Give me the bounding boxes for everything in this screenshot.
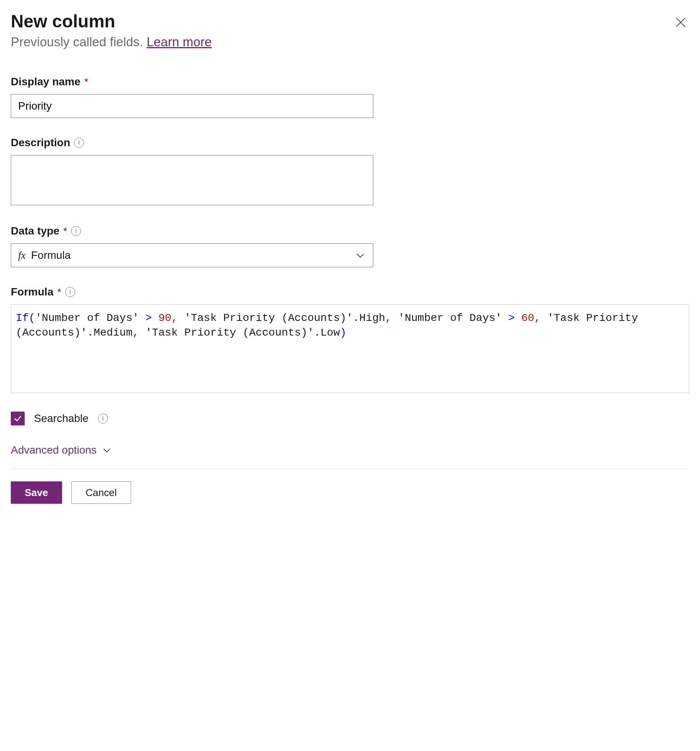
panel-subtitle: Previously called fields. Learn more — [11, 35, 672, 49]
searchable-row: Searchable i — [11, 412, 689, 425]
checkmark-icon — [13, 414, 22, 423]
formula-editor[interactable]: If('Number of Days' > 90, 'Task Priority… — [11, 304, 689, 393]
searchable-checkbox[interactable] — [11, 412, 25, 425]
description-input[interactable] — [11, 155, 373, 205]
cancel-button[interactable]: Cancel — [71, 481, 131, 504]
searchable-label: Searchable — [34, 412, 89, 425]
data-type-selected: Formula — [31, 249, 355, 262]
formula-icon: fx — [18, 250, 26, 262]
data-type-label: Data type — [11, 225, 59, 237]
required-indicator: * — [57, 286, 61, 298]
panel-footer: Save Cancel — [11, 469, 689, 504]
display-name-label: Display name — [11, 76, 81, 88]
data-type-select[interactable]: fx Formula — [11, 243, 373, 267]
advanced-options-label: Advanced options — [11, 444, 97, 456]
display-name-group: Display name * — [11, 76, 689, 118]
required-indicator: * — [63, 225, 67, 237]
info-icon[interactable]: i — [74, 138, 84, 148]
panel-title: New column — [11, 11, 672, 32]
description-group: Description i — [11, 137, 689, 206]
info-icon[interactable]: i — [71, 226, 81, 236]
chevron-down-icon — [354, 250, 366, 261]
required-indicator: * — [84, 76, 88, 88]
subtitle-text: Previously called fields. — [11, 35, 147, 49]
formula-label: Formula — [11, 286, 53, 298]
panel-header: New column Previously called fields. Lea… — [11, 11, 689, 49]
new-column-panel: New column Previously called fields. Lea… — [11, 11, 689, 504]
info-icon[interactable]: i — [98, 413, 108, 424]
info-icon[interactable]: i — [65, 287, 75, 297]
advanced-options-toggle[interactable]: Advanced options — [11, 444, 689, 456]
description-label: Description — [11, 137, 70, 149]
chevron-down-icon — [101, 445, 112, 456]
display-name-input[interactable] — [11, 94, 373, 118]
close-icon — [674, 16, 687, 29]
data-type-group: Data type * i fx Formula — [11, 225, 689, 267]
save-button[interactable]: Save — [11, 481, 62, 504]
formula-group: Formula * i If('Number of Days' > 90, 'T… — [11, 286, 689, 393]
close-button[interactable] — [672, 14, 689, 31]
learn-more-link[interactable]: Learn more — [147, 35, 212, 49]
